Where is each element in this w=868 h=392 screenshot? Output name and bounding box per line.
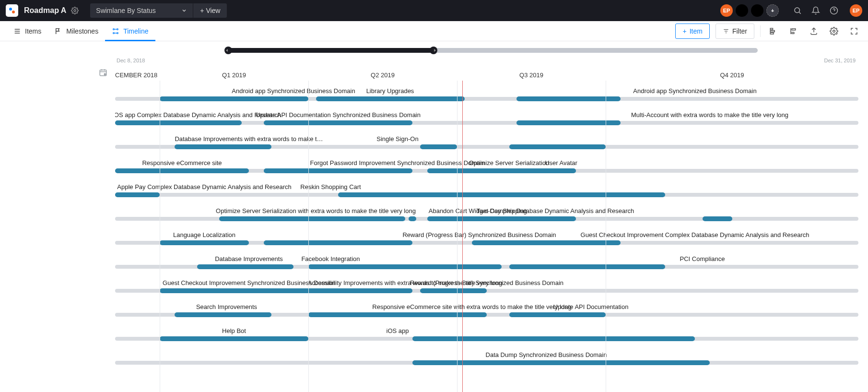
tab-milestones[interactable]: Milestones bbox=[48, 21, 105, 41]
member-avatar[interactable]: EP bbox=[720, 4, 733, 17]
svg-point-1 bbox=[12, 11, 15, 13]
timeline-bar[interactable] bbox=[160, 96, 308, 101]
bar-label: Data Dump Synchronized Business Domain bbox=[486, 351, 607, 358]
bar-label: Search Improvements bbox=[196, 303, 257, 310]
timeline-bar[interactable] bbox=[308, 312, 487, 317]
svg-point-11 bbox=[117, 28, 118, 30]
help-icon[interactable] bbox=[825, 6, 843, 15]
timeline-bar[interactable] bbox=[375, 288, 405, 293]
calendar-icon[interactable] bbox=[99, 68, 107, 77]
column-divider bbox=[160, 69, 160, 392]
timeline-bar[interactable] bbox=[409, 216, 416, 221]
gear-icon[interactable] bbox=[71, 7, 79, 14]
member-avatar[interactable] bbox=[751, 4, 763, 17]
bar-label: iOS app bbox=[387, 327, 409, 334]
timeline-bar[interactable] bbox=[427, 216, 576, 221]
bar-label: Help Bot bbox=[222, 327, 246, 334]
plus-icon: + bbox=[682, 27, 686, 35]
app-logo[interactable] bbox=[6, 4, 18, 17]
svg-point-3 bbox=[795, 8, 800, 13]
member-avatar[interactable] bbox=[736, 4, 748, 17]
bell-icon[interactable] bbox=[807, 6, 825, 15]
timeline-bar[interactable] bbox=[516, 96, 621, 101]
timeline-bar[interactable] bbox=[420, 144, 457, 149]
fullscreen-icon[interactable] bbox=[847, 24, 861, 38]
bar-label: Library Upgrades bbox=[366, 87, 414, 95]
timeline-bar[interactable] bbox=[264, 168, 412, 173]
bar-label: Database Improvements with extra words t… bbox=[175, 135, 323, 143]
bar-label: Language Localization bbox=[173, 231, 235, 238]
export-icon[interactable] bbox=[807, 24, 821, 38]
svg-line-4 bbox=[799, 12, 800, 13]
bar-label: Guest Checkout Improvement Synchronized … bbox=[163, 279, 335, 286]
timeline-bar[interactable] bbox=[516, 120, 621, 125]
roadmap-title[interactable]: Roadmap A bbox=[24, 6, 66, 15]
settings-icon[interactable] bbox=[827, 24, 841, 38]
timeline-bar[interactable] bbox=[115, 168, 249, 173]
timeline-bar[interactable] bbox=[175, 312, 271, 317]
bar-label: Two-Day Shipping bbox=[476, 207, 527, 214]
timeline-bar[interactable] bbox=[264, 120, 412, 125]
add-view-button[interactable]: + View bbox=[193, 3, 227, 18]
add-item-button[interactable]: + Item bbox=[675, 24, 709, 39]
add-member-button[interactable]: + bbox=[766, 4, 779, 17]
timeline-row: Apple Pay Complex Database Dynamic Analy… bbox=[115, 178, 858, 202]
timeline-bar[interactable] bbox=[160, 336, 308, 341]
slider-range[interactable] bbox=[225, 48, 436, 53]
timeline-bar[interactable] bbox=[472, 240, 621, 245]
chevron-down-icon bbox=[181, 8, 187, 13]
tab-timeline[interactable]: Timeline bbox=[105, 21, 155, 41]
timeline-bar[interactable] bbox=[160, 288, 412, 293]
timeline-row: Guest Checkout Improvement Synchronized … bbox=[115, 273, 858, 297]
slider-handle-left[interactable] bbox=[224, 47, 232, 54]
bar-label: Accessibility Improvements with extra wo… bbox=[307, 279, 502, 286]
date-start-label: Dec 8, 2018 bbox=[117, 58, 145, 63]
svg-rect-20 bbox=[770, 30, 774, 32]
today-marker bbox=[462, 81, 463, 392]
slider-handle-right[interactable] bbox=[430, 47, 437, 54]
timeline-bar[interactable] bbox=[115, 192, 160, 197]
timeline-bar[interactable] bbox=[160, 240, 249, 245]
timeline-bar[interactable] bbox=[420, 288, 487, 293]
bar-label: Apple Pay Complex Database Dynamic Analy… bbox=[117, 183, 291, 190]
column-header: Q2 2019 bbox=[308, 69, 457, 81]
tab-items[interactable]: Items bbox=[7, 21, 48, 41]
timeline-bar[interactable] bbox=[509, 264, 666, 269]
svg-point-10 bbox=[113, 28, 115, 30]
timeline-bar[interactable] bbox=[427, 168, 576, 173]
timeline-bar[interactable] bbox=[308, 264, 502, 269]
bar-label: Update API Documentation Synchronized Bu… bbox=[256, 111, 421, 119]
search-icon[interactable] bbox=[788, 6, 807, 15]
timeline-bar[interactable] bbox=[115, 120, 242, 125]
timeline-bar[interactable] bbox=[509, 144, 606, 149]
button-label: Item bbox=[690, 27, 703, 35]
bar-label: Facebook Integration bbox=[301, 255, 360, 262]
bar-label: Android app Synchronized Business Domain bbox=[633, 87, 756, 95]
svg-rect-19 bbox=[770, 28, 773, 30]
tab-label: Items bbox=[25, 27, 41, 35]
filter-button[interactable]: Filter bbox=[716, 24, 754, 39]
timeline-bar[interactable] bbox=[197, 264, 294, 269]
timeline-bar[interactable] bbox=[703, 216, 732, 221]
timeline-row: Help BotiOS app bbox=[115, 321, 858, 345]
timeline-bar[interactable] bbox=[264, 240, 412, 245]
format-icon[interactable] bbox=[766, 24, 781, 38]
timeline-bar[interactable] bbox=[338, 192, 665, 197]
slider-track[interactable] bbox=[225, 48, 758, 53]
timeline-row: Android app Synchronized Business Domain… bbox=[115, 82, 858, 106]
timeline-row: Language LocalizationReward (Progress Ba… bbox=[115, 226, 858, 249]
timeline-row: Optimize Server Serialization with extra… bbox=[115, 202, 858, 226]
bar-label: Forgot Password Improvement Synchronized… bbox=[310, 159, 485, 166]
timeline-bar[interactable] bbox=[316, 96, 465, 101]
timeline-bar[interactable] bbox=[509, 312, 606, 317]
timeline-row: Search ImprovementsResponsive eCommerce … bbox=[115, 297, 858, 321]
align-icon[interactable] bbox=[786, 24, 801, 38]
bar-label: PCI Compliance bbox=[680, 255, 725, 262]
user-avatar[interactable]: EP bbox=[850, 4, 862, 17]
bar-label: iOS app Complex Database Dynamic Analysi… bbox=[115, 111, 281, 119]
bar-label: Optimize Server Serialization bbox=[469, 159, 550, 166]
timeline-bar[interactable] bbox=[175, 144, 271, 149]
timeline-bar[interactable] bbox=[219, 216, 405, 221]
view-select-dropdown[interactable]: Swimlane By Status bbox=[90, 3, 193, 18]
timeline-bar[interactable] bbox=[412, 336, 695, 341]
